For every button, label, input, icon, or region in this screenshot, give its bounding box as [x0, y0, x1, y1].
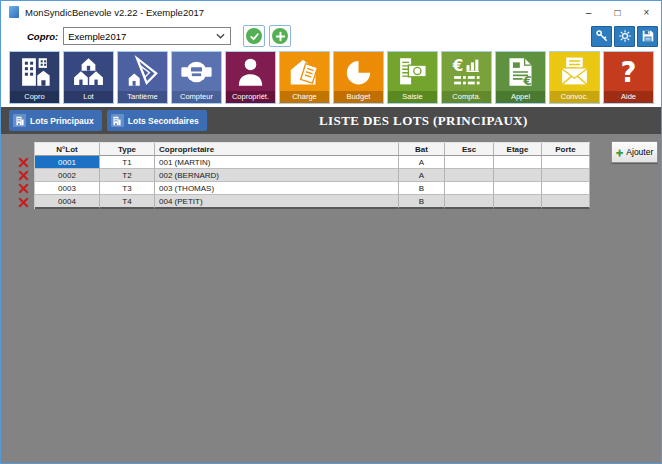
- table-cell[interactable]: [445, 195, 494, 209]
- app-window: MonSyndicBenevole v2.22 - Exemple2017 – …: [0, 0, 662, 464]
- maximize-button[interactable]: □: [603, 1, 632, 23]
- table-row[interactable]: 0004T4004 (PETIT)B: [18, 195, 590, 209]
- toolbar-item-convoc[interactable]: Convoc.: [549, 51, 600, 104]
- save-icon: [641, 29, 655, 43]
- table-cell[interactable]: [542, 195, 590, 209]
- column-header[interactable]: N°Lot: [35, 143, 100, 156]
- table-cell[interactable]: [542, 156, 590, 169]
- buildings-icon: [18, 54, 51, 90]
- chevron-down-icon: [216, 33, 225, 39]
- check-icon: [246, 28, 262, 44]
- receipt-icon: [396, 54, 429, 90]
- copro-label: Copro:: [27, 31, 58, 42]
- toolbar-item-budget[interactable]: Budget: [333, 51, 384, 104]
- row-header-spacer: [18, 142, 34, 156]
- svg-text:€: €: [522, 74, 532, 88]
- table-cell[interactable]: T1: [100, 156, 155, 169]
- table-cell[interactable]: [445, 182, 494, 195]
- column-header[interactable]: Type: [100, 143, 155, 156]
- table-cell[interactable]: 0001: [35, 156, 100, 169]
- window-title: MonSyndicBenevole v2.22 - Exemple2017: [25, 7, 204, 18]
- toolbar-item-compteur[interactable]: Compteur: [171, 51, 222, 104]
- toolbar-item-saisie[interactable]: Saisie: [387, 51, 438, 104]
- table-cell[interactable]: [542, 169, 590, 182]
- toolbar-item-label: Charge: [292, 91, 317, 103]
- house-doc-icon: [288, 54, 321, 90]
- envelope-icon: [558, 54, 591, 90]
- add-copro-button[interactable]: [269, 25, 291, 47]
- table-row[interactable]: 0003T3003 (THOMAS)B: [18, 182, 590, 195]
- table-cell[interactable]: [445, 169, 494, 182]
- table-cell[interactable]: [494, 156, 542, 169]
- person-icon: [234, 54, 267, 90]
- copro-select[interactable]: Exemple2017: [63, 27, 231, 45]
- table-cell[interactable]: [494, 169, 542, 182]
- toolbar-item-band: Copro: [10, 91, 59, 103]
- table-cell[interactable]: T3: [100, 182, 155, 195]
- table-row[interactable]: 0002T2002 (BERNARD)A: [18, 169, 590, 182]
- table-cell[interactable]: 002 (BERNARD): [155, 169, 399, 182]
- table-cell[interactable]: 0004: [35, 195, 100, 209]
- window-controls: – □ ×: [574, 1, 661, 23]
- delete-row-icon[interactable]: [18, 197, 29, 208]
- key-button[interactable]: [591, 26, 612, 47]
- delete-row-icon[interactable]: [18, 170, 29, 181]
- toolbar-item-lot[interactable]: Lot: [63, 51, 114, 104]
- toolbar-item-charge[interactable]: Charge: [279, 51, 330, 104]
- houses-icon: [72, 54, 105, 90]
- plus-icon: +: [616, 146, 624, 159]
- delete-row-icon[interactable]: [18, 157, 29, 168]
- delete-cell: [18, 195, 34, 209]
- table-row[interactable]: 0001T1001 (MARTIN)A: [18, 156, 590, 169]
- table-cell[interactable]: 0002: [35, 169, 100, 182]
- toolbar-item-band: Copropriét.: [226, 91, 275, 103]
- table-cell[interactable]: A: [399, 169, 445, 182]
- column-header[interactable]: Esc: [445, 143, 494, 156]
- table-cell[interactable]: 001 (MARTIN): [155, 156, 399, 169]
- toolbar-item-tantime[interactable]: Tantième: [117, 51, 168, 104]
- column-header[interactable]: Coproprietaire: [155, 143, 399, 156]
- table-cell[interactable]: T2: [100, 169, 155, 182]
- column-header[interactable]: Bat: [399, 143, 445, 156]
- accounting-icon: €: [450, 54, 483, 90]
- tab-lots-principaux[interactable]: Lots Principaux: [9, 110, 102, 131]
- toolbar-item-label: Aide: [621, 91, 636, 103]
- toolbar-item-compta[interactable]: €Compta.: [441, 51, 492, 104]
- table-cell[interactable]: [494, 195, 542, 209]
- validate-copro-button[interactable]: [243, 25, 265, 47]
- toolbar-item-label: Budget: [347, 91, 371, 103]
- settings-button[interactable]: [614, 26, 635, 47]
- toolbar-item-coproprit[interactable]: Copropriét.: [225, 51, 276, 104]
- tab-lots-secondaires[interactable]: Lots Secondaires: [107, 110, 207, 131]
- close-button[interactable]: ×: [632, 1, 661, 23]
- toolbar-item-label: Copro: [24, 91, 44, 103]
- save-button[interactable]: [637, 26, 658, 47]
- table-cell[interactable]: 003 (THOMAS): [155, 182, 399, 195]
- toolbar-item-copro[interactable]: Copro: [9, 51, 60, 104]
- column-header[interactable]: Etage: [494, 143, 542, 156]
- title-bar: MonSyndicBenevole v2.22 - Exemple2017 – …: [1, 1, 661, 23]
- table-cell[interactable]: 0003: [35, 182, 100, 195]
- table-cell[interactable]: B: [399, 195, 445, 209]
- table-cell[interactable]: A: [399, 156, 445, 169]
- toolbar-item-label: Compta.: [452, 91, 480, 103]
- toolbar-item-band: Saisie: [388, 91, 437, 103]
- toolbar-item-band: Budget: [334, 91, 383, 103]
- add-lot-button[interactable]: + Ajouter: [611, 141, 658, 163]
- minimize-button[interactable]: –: [574, 1, 603, 23]
- toolbar-item-band: Compta.: [442, 91, 491, 103]
- delete-row-icon[interactable]: [18, 183, 29, 194]
- table-cell[interactable]: [542, 182, 590, 195]
- column-header[interactable]: Porte: [542, 143, 590, 156]
- table-header-row: N°LotTypeCoproprietaireBatEscEtagePorte: [18, 142, 590, 156]
- toolbar-item-appel[interactable]: €Appel: [495, 51, 546, 104]
- question-icon: ?: [612, 54, 645, 90]
- table-cell[interactable]: [494, 182, 542, 195]
- table-cell[interactable]: 004 (PETIT): [155, 195, 399, 209]
- key-icon: [595, 29, 609, 43]
- toolbar-item-aide[interactable]: ?Aide: [603, 51, 654, 104]
- table-cell[interactable]: [445, 156, 494, 169]
- toolbar-item-label: Lot: [83, 91, 93, 103]
- table-cell[interactable]: B: [399, 182, 445, 195]
- table-cell[interactable]: T4: [100, 195, 155, 209]
